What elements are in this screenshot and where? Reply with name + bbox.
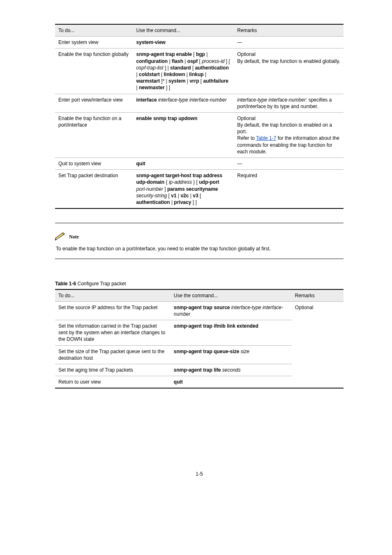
- cell-remarks: OptionalBy default, the trap function is…: [234, 112, 344, 157]
- table-row: Quit to system viewquit—: [55, 158, 344, 170]
- cell-remarks: Optional: [292, 301, 344, 388]
- cell-command: enable snmp trap updown: [133, 112, 234, 157]
- table-configure-trap-packet: To do... Use the command... Remarks Set …: [55, 289, 344, 389]
- col-header-todo: To do...: [55, 24, 133, 37]
- note-icon: [55, 232, 67, 241]
- cell-command: snmp-agent trap enable [ bgp | configura…: [133, 49, 234, 94]
- cell-todo: Enter port view/interface view: [55, 94, 133, 112]
- table-row: Enable the trap function globallysnmp-ag…: [55, 49, 344, 94]
- table-row: Set Trap packet destinationsnmp-agent ta…: [55, 170, 344, 208]
- cell-command: quit: [133, 158, 234, 170]
- cell-command: snmp-agent target-host trap address udp-…: [133, 170, 234, 208]
- cell-todo: Quit to system view: [55, 158, 133, 170]
- table-row: Enter system viewsystem-view—: [55, 37, 344, 49]
- table2-caption-text: Configure Trap packet: [76, 281, 126, 287]
- cell-todo: Set the source IP address for the Trap p…: [55, 301, 171, 320]
- cell-todo: Set the size of the Trap packet queue se…: [55, 345, 171, 364]
- note-label: Note: [69, 234, 79, 240]
- cell-remarks: —: [234, 37, 344, 49]
- table-row-header: To do... Use the command... Remarks: [55, 289, 344, 302]
- col-header-remarks: Remarks: [292, 289, 344, 302]
- cell-remarks: Required: [234, 170, 344, 208]
- table-row-header: To do... Use the command... Remarks: [55, 24, 344, 37]
- cell-remarks: interface-type interface-number: specifi…: [234, 94, 344, 112]
- cell-todo: Enable the trap function globally: [55, 49, 133, 94]
- note-block: Note To enable the trap function on a po…: [55, 223, 344, 259]
- note-header: Note: [55, 232, 344, 241]
- cell-command: snmp-agent trap ifmib link extended: [171, 320, 292, 346]
- cell-command: snmp-agent trap source interface-type in…: [171, 301, 292, 320]
- cell-command: snmp-agent trap queue-size size: [171, 345, 292, 364]
- cell-remarks: —: [234, 158, 344, 170]
- cell-todo: Set the information carried in the Trap …: [55, 320, 171, 346]
- link-table-ref[interactable]: Table 1-7: [256, 135, 276, 141]
- cell-todo: Set Trap packet destination: [55, 170, 133, 208]
- cell-command: quit: [171, 376, 292, 388]
- cell-command: snmp-agent trap life seconds: [171, 364, 292, 376]
- page: To do... Use the command... Remarks Ente…: [0, 0, 392, 555]
- note-text: To enable the trap function on a port/in…: [56, 245, 344, 252]
- table2-caption: Table 1-6 Configure Trap packet: [55, 280, 344, 287]
- cell-command: interface interface-type interface-numbe…: [133, 94, 234, 112]
- table-row: Enable the trap function on a port/inter…: [55, 112, 344, 157]
- cell-todo: Set the aging time of Trap packets: [55, 364, 171, 376]
- col-header-command: Use the command...: [133, 24, 234, 37]
- col-header-command: Use the command...: [171, 289, 292, 302]
- cell-todo: Enable the trap function on a port/inter…: [55, 112, 133, 157]
- cell-remarks: OptionalBy default, the trap function is…: [234, 49, 344, 94]
- cell-command: system-view: [133, 37, 234, 49]
- cell-todo: Return to user view: [55, 376, 171, 388]
- col-header-todo: To do...: [55, 289, 171, 302]
- table2-caption-number: Table 1-6: [55, 281, 76, 287]
- page-number: 1-5: [55, 471, 344, 477]
- table-row: Set the source IP address for the Trap p…: [55, 301, 344, 320]
- table-row: Enter port view/interface viewinterface …: [55, 94, 344, 112]
- table-commands-trap: To do... Use the command... Remarks Ente…: [55, 24, 344, 209]
- cell-todo: Enter system view: [55, 37, 133, 49]
- col-header-remarks: Remarks: [234, 24, 344, 37]
